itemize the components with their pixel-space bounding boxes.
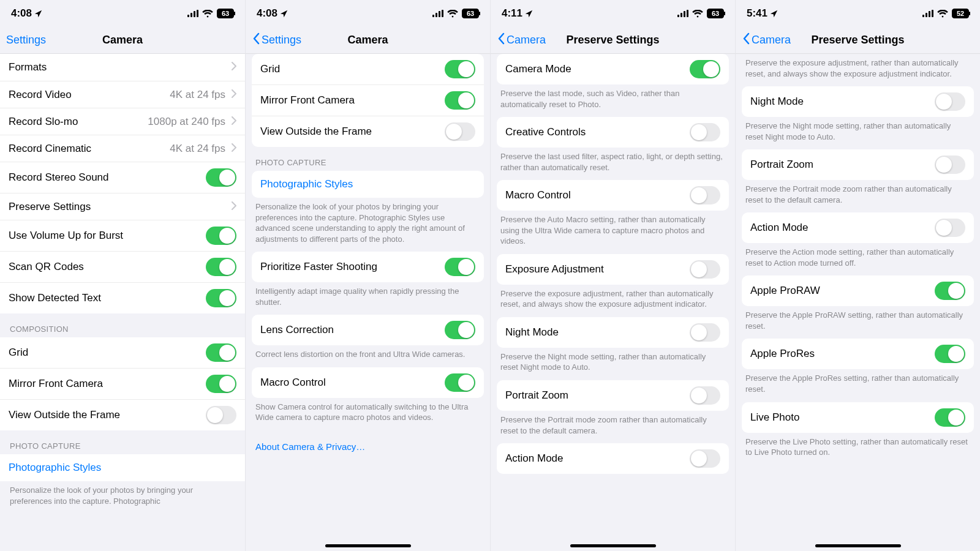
chevron-right-icon [232,61,236,73]
toggle-portrait-zoom[interactable] [690,386,720,405]
section-footer: Preserve the last used filter, aspect ra… [491,148,735,180]
settings-group: GridMirror Front CameraView Outside the … [252,54,484,147]
row-show-detected-text[interactable]: Show Detected Text [0,282,245,313]
nav-back-button[interactable]: Camera [742,32,791,48]
home-indicator[interactable] [570,544,656,547]
row-portrait-zoom[interactable]: Portrait Zoom [497,380,729,411]
settings-group: Night Mode [497,317,729,348]
svg-rect-10 [684,11,685,17]
row-record-video[interactable]: Record Video4K at 24 fps [0,81,245,108]
row-record-slo-mo[interactable]: Record Slo-mo1080p at 240 fps [0,108,245,135]
toggle-night-mode[interactable] [935,92,965,111]
settings-group: Action Mode [497,443,729,474]
chevron-left-icon [252,32,260,48]
row-record-cinematic[interactable]: Record Cinematic4K at 24 fps [0,135,245,162]
status-time: 4:11 [502,7,522,20]
row-camera-mode[interactable]: Camera Mode [497,54,729,84]
row-grid[interactable]: Grid [0,337,245,368]
row-label: Record Stereo Sound [9,171,200,184]
toggle-mirror-front-camera[interactable] [445,91,475,110]
toggle-action-mode[interactable] [935,219,965,237]
row-use-volume-up-for-burst[interactable]: Use Volume Up for Burst [0,220,245,251]
row-prioritize-faster-shooting[interactable]: Prioritize Faster Shooting [252,252,484,282]
row-label: Exposure Adjustment [505,263,684,276]
status-time: 4:08 [11,7,32,20]
toggle-record-stereo-sound[interactable] [206,168,236,187]
svg-rect-7 [442,10,443,17]
toggle-camera-mode[interactable] [690,60,720,78]
toggle-show-detected-text[interactable] [206,289,236,307]
toggle-apple-prores[interactable] [935,345,965,363]
row-apple-prores[interactable]: Apple ProRes [742,339,974,369]
row-apple-proraw[interactable]: Apple ProRAW [742,276,974,306]
toggle-use-volume-up-for-burst[interactable] [206,227,236,245]
phone-screen-0: 4:0863SettingsCameraFormatsRecord Video4… [0,0,245,551]
row-macro-control[interactable]: Macro Control [497,180,729,211]
toggle-grid[interactable] [445,60,475,78]
chevron-right-icon [232,89,236,101]
toggle-macro-control[interactable] [445,373,475,392]
section-footer: Correct lens distortion on the front and… [246,345,490,367]
nav-back-button[interactable]: Settings [252,32,301,48]
toggle-macro-control[interactable] [690,186,720,204]
row-exposure-adjustment[interactable]: Exposure Adjustment [497,254,729,285]
row-night-mode[interactable]: Night Mode [497,317,729,348]
row-photographic-styles[interactable]: Photographic Styles [0,454,245,481]
toggle-night-mode[interactable] [690,323,720,342]
row-grid[interactable]: Grid [252,54,484,84]
row-label: Portrait Zoom [505,389,684,402]
toggle-mirror-front-camera[interactable] [206,375,236,393]
row-label: View Outside the Frame [9,409,200,421]
section-footer: Preserve the Apple ProRAW setting, rathe… [736,306,980,339]
row-formats[interactable]: Formats [0,54,245,81]
nav-back-button[interactable]: Camera [497,32,546,48]
row-label: Show Detected Text [9,292,200,304]
settings-group: Portrait Zoom [497,380,729,411]
row-action-mode[interactable]: Action Mode [742,212,974,243]
settings-content[interactable]: GridMirror Front CameraView Outside the … [246,54,490,551]
toggle-grid[interactable] [206,343,236,362]
row-lens-correction[interactable]: Lens Correction [252,315,484,345]
settings-content[interactable]: Camera ModePreserve the last mode, such … [491,54,735,551]
row-live-photo[interactable]: Live Photo [742,402,974,433]
toggle-portrait-zoom[interactable] [935,156,965,174]
row-label: Macro Control [505,189,684,201]
row-macro-control[interactable]: Macro Control [252,367,484,398]
toggle-prioritize-faster-shooting[interactable] [445,258,475,276]
row-action-mode[interactable]: Action Mode [497,443,729,474]
toggle-exposure-adjustment[interactable] [690,260,720,279]
settings-content[interactable]: Preserve the exposure adjustment, rather… [736,54,980,551]
settings-group: GridMirror Front CameraView Outside the … [0,337,245,430]
row-label: Creative Controls [505,126,684,138]
row-night-mode[interactable]: Night Mode [742,86,974,117]
row-label: Night Mode [750,96,929,108]
about-camera-privacy-link[interactable]: About Camera & Privacy… [246,430,490,463]
toggle-apple-proraw[interactable] [935,282,965,300]
svg-rect-6 [439,11,440,17]
row-view-outside-the-frame[interactable]: View Outside the Frame [0,399,245,430]
row-record-stereo-sound[interactable]: Record Stereo Sound [0,162,245,193]
section-header: PHOTO CAPTURE [246,147,490,171]
nav-back-button[interactable]: Settings [6,34,46,47]
toggle-live-photo[interactable] [935,408,965,427]
toggle-action-mode[interactable] [690,449,720,468]
row-mirror-front-camera[interactable]: Mirror Front Camera [252,84,484,116]
home-indicator[interactable] [815,544,901,547]
row-portrait-zoom[interactable]: Portrait Zoom [742,149,974,180]
toggle-view-outside-the-frame[interactable] [445,122,475,141]
home-indicator[interactable] [325,544,411,547]
toggle-lens-correction[interactable] [445,321,475,339]
row-view-outside-the-frame[interactable]: View Outside the Frame [252,116,484,147]
row-label: Apple ProRAW [750,285,929,297]
toggle-creative-controls[interactable] [690,123,720,141]
row-scan-qr-codes[interactable]: Scan QR Codes [0,251,245,282]
toggle-view-outside-the-frame[interactable] [206,406,236,424]
toggle-scan-qr-codes[interactable] [206,258,236,276]
settings-content[interactable]: FormatsRecord Video4K at 24 fpsRecord Sl… [0,54,245,551]
battery-indicator: 63 [462,9,479,18]
row-photographic-styles[interactable]: Photographic Styles [252,171,484,198]
settings-group: Macro Control [497,180,729,211]
row-mirror-front-camera[interactable]: Mirror Front Camera [0,368,245,399]
row-preserve-settings[interactable]: Preserve Settings [0,193,245,220]
row-creative-controls[interactable]: Creative Controls [497,117,729,148]
